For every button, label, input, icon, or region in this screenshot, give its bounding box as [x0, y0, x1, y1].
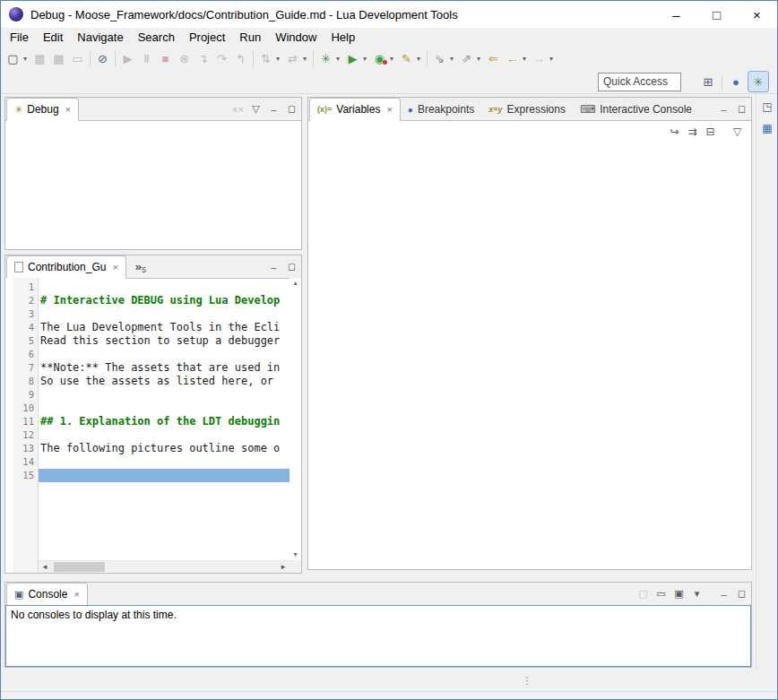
resume-button[interactable]: ▶: [118, 48, 137, 68]
remove-all-terminated-button[interactable]: ××: [229, 100, 246, 117]
new-button[interactable]: ▢ ▾: [4, 48, 30, 68]
line-number[interactable]: 15: [14, 469, 38, 482]
menu-window[interactable]: Window: [268, 29, 324, 46]
dropdown-arrow-icon[interactable]: ▾: [688, 585, 705, 602]
lua-perspective-button[interactable]: ●: [726, 72, 746, 91]
back-button[interactable]: ← ▾: [503, 48, 530, 68]
line-number[interactable]: 9: [14, 388, 38, 402]
close-icon[interactable]: ×: [386, 104, 392, 115]
previous-annotation-button[interactable]: ⇗ ▾: [457, 48, 484, 68]
close-icon[interactable]: ×: [112, 262, 117, 272]
scrollbar-thumb[interactable]: [54, 562, 105, 572]
minimize-view-button[interactable]: –: [265, 100, 282, 117]
dropdown-arrow-icon[interactable]: ▾: [448, 55, 455, 63]
last-edit-location-button[interactable]: ⇐: [484, 48, 503, 68]
code-line[interactable]: # Interactive DEBUG using Lua Develop: [39, 294, 290, 307]
debug-button[interactable]: ✳ ▾: [316, 48, 343, 68]
code-line[interactable]: [39, 388, 290, 402]
line-number[interactable]: 13: [14, 442, 38, 455]
dropdown-arrow-icon[interactable]: ▾: [415, 55, 422, 63]
menu-project[interactable]: Project: [182, 29, 232, 46]
code-line[interactable]: [39, 428, 290, 442]
code-line[interactable]: [39, 281, 290, 294]
collapse-all-button[interactable]: ⊟: [702, 123, 719, 140]
tab-console[interactable]: ▣ Console ×: [6, 583, 88, 606]
run-button[interactable]: ▶ ▾: [343, 48, 370, 68]
save-all-button[interactable]: ▩: [49, 48, 68, 68]
maximize-view-button[interactable]: ◻: [733, 100, 750, 117]
menu-search[interactable]: Search: [131, 29, 182, 46]
line-number[interactable]: 8: [14, 375, 38, 388]
forward-button[interactable]: → ▾: [530, 48, 557, 68]
maximize-view-button[interactable]: ◻: [733, 585, 750, 602]
menu-edit[interactable]: Edit: [36, 29, 70, 46]
tab-breakpoints[interactable]: ● Breakpoints: [401, 99, 481, 120]
dropdown-arrow-icon[interactable]: ▾: [548, 55, 555, 63]
dropdown-arrow-icon[interactable]: ▾: [301, 55, 308, 63]
code-line[interactable]: The following pictures outline some o: [39, 442, 290, 455]
text-area[interactable]: # Interactive DEBUG using Lua Develop Th…: [39, 278, 290, 573]
code-line[interactable]: [39, 402, 290, 415]
open-perspective-button[interactable]: ⊞: [698, 72, 718, 91]
minimize-view-button[interactable]: –: [715, 100, 732, 117]
menu-run[interactable]: Run: [232, 29, 268, 46]
code-line[interactable]: **Note:** The assets that are used in: [39, 361, 290, 375]
line-number[interactable]: 11: [14, 415, 38, 428]
skip-all-breakpoints-button[interactable]: ⊘: [93, 48, 112, 68]
open-console-page-button[interactable]: ▢: [635, 585, 652, 602]
display-selected-console-button[interactable]: ▭: [653, 585, 670, 602]
maximize-view-button[interactable]: ◻: [283, 258, 300, 275]
tab-interactive-console[interactable]: ⌨ Interactive Console: [573, 99, 699, 120]
console-output[interactable]: No consoles to display at this time.: [5, 605, 751, 667]
external-tools-button[interactable]: ✎ ▾: [397, 48, 424, 68]
code-line-selected[interactable]: [39, 469, 290, 482]
vertical-scrollbar[interactable]: ▴ ▾: [290, 278, 301, 560]
menu-file[interactable]: File: [3, 29, 36, 46]
show-type-names-button[interactable]: ↪: [666, 123, 683, 140]
code-line[interactable]: [39, 455, 290, 469]
dropdown-arrow-icon[interactable]: ▾: [334, 55, 341, 63]
code-line[interactable]: Read this section to setup a debugger: [39, 334, 290, 348]
step-into-button[interactable]: ↴: [194, 48, 212, 68]
app-icon[interactable]: [9, 7, 23, 22]
show-logical-structure-button[interactable]: ⇉: [684, 123, 701, 140]
print-button[interactable]: ▭: [68, 48, 87, 68]
view-menu-icon[interactable]: ▽: [247, 100, 264, 117]
menu-help[interactable]: Help: [324, 29, 362, 46]
dropdown-arrow-icon[interactable]: ▾: [475, 55, 482, 63]
step-over-button[interactable]: ↷: [212, 48, 231, 68]
window-close-button[interactable]: ×: [737, 1, 777, 28]
terminate-button[interactable]: ■: [156, 48, 175, 68]
dropdown-arrow-icon[interactable]: ▾: [388, 55, 395, 63]
minimize-view-button[interactable]: –: [265, 258, 282, 275]
window-minimize-button[interactable]: –: [656, 1, 696, 28]
maximize-view-button[interactable]: ◻: [283, 100, 300, 117]
menu-navigate[interactable]: Navigate: [70, 29, 130, 46]
line-number[interactable]: 6: [14, 348, 38, 361]
line-number[interactable]: 14: [14, 455, 38, 469]
window-maximize-button[interactable]: □: [696, 1, 737, 28]
dropdown-arrow-icon[interactable]: ▾: [22, 55, 29, 63]
minimized-views-button[interactable]: ▦: [758, 119, 776, 137]
scroll-left-icon[interactable]: ◂: [39, 561, 51, 573]
next-annotation-button[interactable]: ⇘ ▾: [430, 48, 457, 68]
code-line[interactable]: [39, 348, 290, 361]
close-icon[interactable]: ×: [65, 104, 71, 115]
line-number[interactable]: 7: [14, 361, 38, 375]
view-menu-icon[interactable]: ▽: [729, 123, 746, 140]
use-step-filters-button[interactable]: ⇅ ▾: [256, 48, 283, 68]
line-number[interactable]: 4: [14, 321, 38, 334]
code-line[interactable]: The Lua Development Tools in the Ecli: [39, 321, 290, 334]
minimize-view-button[interactable]: –: [715, 585, 732, 602]
drag-grip-icon[interactable]: ⋮: [521, 671, 533, 691]
annotation-ruler[interactable]: [5, 278, 14, 573]
scroll-up-icon[interactable]: ▴: [290, 278, 301, 289]
tab-overflow-chevron[interactable]: » 5: [132, 261, 150, 273]
quick-access-input[interactable]: Quick Access: [598, 73, 681, 91]
line-number[interactable]: 10: [14, 402, 38, 415]
horizontal-scrollbar[interactable]: ◂ ▸: [39, 560, 290, 573]
line-number[interactable]: 12: [14, 428, 38, 442]
line-number[interactable]: 1: [14, 281, 38, 294]
tab-debug[interactable]: ✳ Debug ×: [6, 98, 79, 121]
code-line[interactable]: ## 1. Explanation of the LDT debuggin: [39, 415, 290, 428]
